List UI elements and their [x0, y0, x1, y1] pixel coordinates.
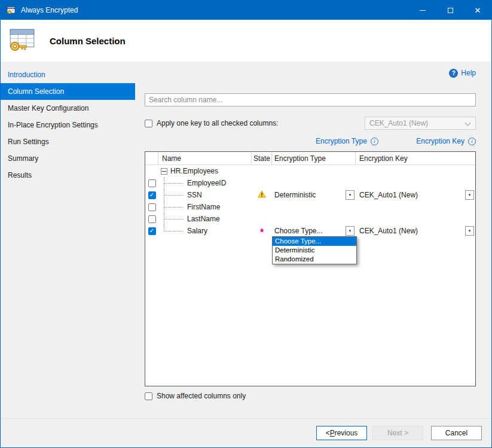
column-name: LastName [187, 215, 220, 223]
wizard-body: Introduction Column Selection Master Key… [1, 62, 491, 418]
encryption-type-dropdown-button[interactable]: ▼ [346, 226, 355, 236]
window-controls: ✕ [409, 1, 491, 20]
show-affected-label: Show affected columns only [157, 392, 246, 400]
wizard-steps-sidebar: Introduction Column Selection Master Key… [1, 62, 135, 418]
grid-header: Name State Encryption Type Encryption Ke… [145, 152, 475, 165]
apply-one-key-checkbox[interactable] [145, 120, 152, 127]
sidebar-item-master-key-configuration[interactable]: Master Key Configuration [1, 100, 135, 117]
column-checkbox-ssn[interactable] [148, 191, 156, 199]
encryption-key-link[interactable]: Encryption Key [416, 137, 465, 145]
minimize-icon [420, 10, 426, 11]
app-icon [7, 5, 16, 15]
always-encrypted-window: Always Encrypted ✕ Column Selection [0, 0, 492, 448]
column-checkbox-employeeid[interactable] [148, 179, 156, 187]
column-row-employeeid: EmployeeID [145, 177, 475, 189]
title-bar: Always Encrypted ✕ [1, 1, 491, 20]
encryption-key-info-icon[interactable]: i [468, 138, 476, 145]
table-group-row: HR.Employees [145, 165, 475, 177]
tree-branch [158, 201, 186, 213]
collapse-expander-icon[interactable] [161, 168, 167, 175]
sidebar-item-summary[interactable]: Summary [1, 150, 135, 167]
column-row-ssn: SSN Deterministic ▼ [145, 189, 475, 201]
search-column-input[interactable] [145, 93, 476, 106]
encryption-key-link-group[interactable]: Encryption Key i [416, 137, 476, 145]
tree-branch [158, 213, 186, 225]
encryption-key-value[interactable]: CEK_Auto1 (New) [356, 227, 418, 235]
columns-grid: Name State Encryption Type Encryption Ke… [145, 151, 476, 386]
page-title: Column Selection [50, 36, 126, 46]
dropdown-option-choose-type[interactable]: Choose Type... [273, 237, 356, 246]
help-link[interactable]: ? Help [449, 69, 476, 78]
close-button[interactable]: ✕ [464, 1, 491, 20]
header-name: Name [158, 152, 252, 164]
maximize-button[interactable] [436, 1, 464, 20]
show-affected-checkbox[interactable] [145, 392, 152, 400]
next-button[interactable]: Next > [372, 426, 423, 440]
tree-branch [158, 177, 186, 189]
column-selection-page: ? Help Apply one key to all checked colu… [135, 62, 491, 418]
column-info-links: Encryption Type i Encryption Key i [145, 137, 476, 147]
apply-one-key-label: Apply one key to all checked columns: [157, 119, 278, 127]
show-affected-row: Show affected columns only [145, 392, 476, 400]
column-checkbox-lastname[interactable] [148, 215, 156, 223]
header-select [145, 152, 158, 164]
encryption-type-dropdown-list: Choose Type... Deterministic Randomized [272, 236, 357, 264]
encryption-type-dropdown-button[interactable]: ▼ [346, 190, 355, 200]
sidebar-item-results[interactable]: Results [1, 167, 135, 184]
tree-branch [158, 225, 186, 237]
chevron-down-icon [465, 120, 471, 126]
header-state: State [252, 152, 272, 164]
maximize-icon [448, 8, 453, 13]
column-name: FirstName [187, 203, 220, 211]
encryption-type-value[interactable]: Deterministic [272, 191, 316, 199]
encryption-key-dropdown-button[interactable]: ▼ [465, 226, 474, 236]
encryption-type-link-group[interactable]: Encryption Type i [316, 137, 378, 145]
encryption-type-value[interactable]: Choose Type... [272, 227, 323, 235]
encryption-key-dropdown-button[interactable]: ▼ [465, 190, 474, 200]
sidebar-item-run-settings[interactable]: Run Settings [1, 133, 135, 150]
table-key-icon [8, 28, 36, 54]
warning-icon [258, 190, 266, 200]
tree-branch [158, 189, 186, 201]
table-name: HR.Employees [170, 167, 218, 175]
help-icon: ? [449, 69, 458, 78]
column-checkbox-firstname[interactable] [148, 203, 156, 211]
column-name: SSN [187, 191, 202, 199]
column-name: Salary [187, 227, 207, 235]
header-encryption-key: Encryption Key [356, 152, 475, 164]
sidebar-item-column-selection[interactable]: Column Selection [1, 83, 135, 100]
header-encryption-type: Encryption Type [272, 152, 356, 164]
previous-button[interactable]: < Previous [316, 426, 367, 440]
column-row-firstname: FirstName [145, 201, 475, 213]
required-asterisk-icon: * [260, 228, 264, 237]
help-row: ? Help [145, 68, 476, 78]
apply-one-key-row: Apply one key to all checked columns: Ap… [145, 117, 476, 130]
column-row-salary: Salary * Choose Type... ▼ CEK_Auto1 (New… [145, 225, 475, 237]
encryption-key-value[interactable]: CEK_Auto1 (New) [356, 191, 418, 199]
minimize-button[interactable] [409, 1, 436, 20]
column-checkbox-salary[interactable] [148, 227, 156, 235]
close-icon: ✕ [475, 7, 481, 14]
column-row-lastname: LastName [145, 213, 475, 225]
column-name: EmployeeID [187, 179, 226, 187]
dropdown-option-randomized[interactable]: Randomized [273, 255, 356, 264]
wizard-footer: < Previous Next > Cancel [1, 418, 491, 447]
dropdown-option-deterministic[interactable]: Deterministic [273, 246, 356, 255]
apply-key-combobox-value: CEK_Auto1 (New) [369, 119, 428, 127]
sidebar-item-in-place-encryption-settings[interactable]: In-Place Encryption Settings [1, 117, 135, 133]
encryption-type-info-icon[interactable]: i [371, 138, 378, 145]
wizard-header: Column Selection [1, 20, 491, 62]
cancel-button[interactable]: Cancel [431, 426, 482, 440]
encryption-type-link[interactable]: Encryption Type [316, 137, 367, 145]
sidebar-item-introduction[interactable]: Introduction [1, 66, 135, 83]
window-title: Always Encrypted [21, 6, 78, 14]
apply-key-combobox[interactable]: CEK_Auto1 (New) [365, 117, 476, 130]
help-label: Help [461, 69, 476, 77]
